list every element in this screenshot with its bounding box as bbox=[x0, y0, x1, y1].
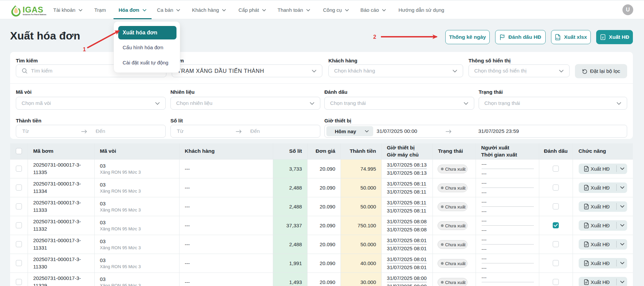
svg-text:2: 2 bbox=[373, 34, 376, 40]
svg-text:1: 1 bbox=[83, 47, 86, 52]
